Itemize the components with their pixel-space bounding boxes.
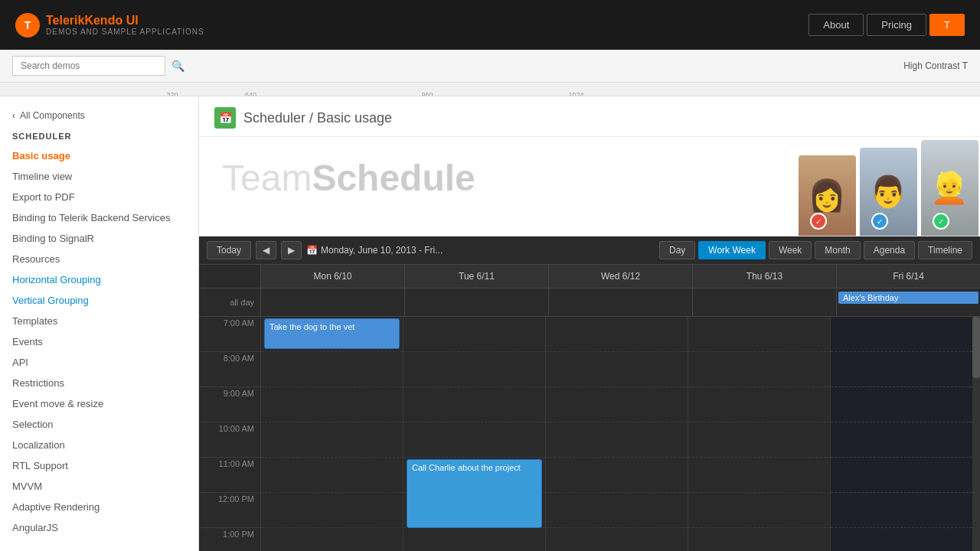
slot-thu-1200 — [688, 493, 830, 528]
scrollbar-thumb[interactable] — [972, 317, 980, 378]
time-700: 7:00 AM — [199, 317, 260, 352]
avatar-1-icon: 👩 — [808, 178, 846, 214]
cal-days-body: Take the dog to the vet — [260, 317, 972, 551]
content-area: 📅 Scheduler / Basic usage TeamSchedule 👩… — [199, 96, 980, 551]
slot-thu-700 — [688, 317, 830, 352]
sidebar-item-mvvm[interactable]: MVVM — [0, 476, 198, 497]
slot-tue-700 — [403, 317, 545, 352]
scrollbar-track[interactable] — [972, 317, 980, 551]
sidebar-back[interactable]: ‹ All Components — [0, 106, 198, 129]
nav-right: About Pricing T — [808, 14, 965, 36]
pricing-button[interactable]: Pricing — [867, 14, 926, 36]
cal-col-thu — [688, 317, 830, 551]
sidebar-item-angularjs[interactable]: AngularJS — [0, 517, 198, 538]
slot-wed-700 — [546, 317, 688, 352]
view-agenda-button[interactable]: Agenda — [864, 241, 915, 259]
slot-tue-900 — [403, 387, 545, 422]
slot-fri-800 — [831, 352, 972, 387]
sidebar-item-adaptive-rendering[interactable]: Adaptive Rendering — [0, 497, 198, 517]
sidebar-item-templates[interactable]: Templates — [0, 311, 198, 331]
time-1100: 11:00 AM — [199, 458, 260, 493]
search-icon[interactable]: 🔍 — [172, 60, 185, 72]
all-day-cell-wed — [548, 289, 692, 316]
avatars-area: 👩 ✓ 👨 ✓ 👱 ✓ — [796, 137, 980, 236]
sidebar-item-event-move-resize[interactable]: Event move & resize — [0, 393, 198, 414]
sidebar-item-api[interactable]: API — [0, 352, 198, 373]
time-1200: 12:00 PM — [199, 493, 260, 528]
next-button[interactable]: ▶ — [281, 241, 302, 259]
avatar-2: 👨 ✓ — [858, 137, 919, 236]
sidebar-item-export-pdf[interactable]: Export to PDF — [0, 187, 198, 207]
cal-scroll-area[interactable]: 7:00 AM 8:00 AM 9:00 AM 10:00 AM 11:00 A… — [199, 317, 972, 551]
sidebar-item-vertical-grouping[interactable]: Vertical Grouping — [0, 290, 198, 311]
cal-day-headers: Mon 6/10 Tue 6/11 Wed 6/12 Thu 6/13 Fri … — [199, 265, 980, 289]
slot-thu-900 — [688, 387, 830, 422]
event-call-charlie[interactable]: Call Charlie about the project — [407, 459, 542, 528]
ruler-mark-320: 320 — [167, 91, 178, 97]
slot-thu-1100 — [688, 458, 830, 493]
sidebar-item-events[interactable]: Events — [0, 331, 198, 352]
ruler-mark-960: 960 — [421, 91, 433, 97]
event-alexs-birthday[interactable]: Alex's Birthday — [838, 292, 978, 304]
search-input[interactable] — [12, 56, 165, 76]
avatar-3-badge: ✓ — [933, 213, 949, 230]
sidebar-item-restrictions[interactable]: Restrictions — [0, 373, 198, 393]
view-timeline-button[interactable]: Timeline — [918, 241, 972, 259]
page-title: Scheduler / Basic usage — [243, 110, 392, 126]
sidebar-item-basic-usage[interactable]: Basic usage — [0, 145, 198, 166]
sidebar-item-resources[interactable]: Resources — [0, 249, 198, 269]
slot-mon-1100 — [261, 458, 403, 493]
sidebar-item-localization[interactable]: Localization — [0, 435, 198, 455]
brand-kendo: Kendo UI — [84, 14, 138, 27]
back-arrow-icon: ‹ — [12, 110, 15, 121]
avatar-2-badge: ✓ — [871, 213, 888, 230]
cal-day-thu: Thu 6/13 — [692, 265, 836, 288]
view-workweek-button[interactable]: Work Week — [698, 241, 766, 259]
logo-text: TelerikKendo UI DEMOS AND SAMPLE APPLICA… — [46, 13, 204, 37]
slot-fri-700 — [831, 317, 972, 352]
logo-area: T TelerikKendo UI DEMOS AND SAMPLE APPLI… — [15, 13, 204, 37]
cal-day-wed: Wed 6/12 — [548, 265, 692, 288]
all-day-cell-thu — [692, 289, 836, 316]
view-week-button[interactable]: Week — [769, 241, 812, 259]
sidebar-item-timeline-view[interactable]: Timeline view — [0, 166, 198, 187]
search-input-wrap: 🔍 — [12, 56, 185, 76]
slot-mon-1200 — [261, 493, 403, 528]
time-800: 8:00 AM — [199, 352, 260, 387]
cal-body-wrap: 7:00 AM 8:00 AM 9:00 AM 10:00 AM 11:00 A… — [199, 317, 980, 551]
main-layout: ‹ All Components SCHEDULER Basic usage T… — [0, 96, 980, 551]
sidebar-item-binding-backend[interactable]: Binding to Telerik Backend Services — [0, 207, 198, 228]
slot-wed-1000 — [546, 422, 688, 458]
slot-fri-900 — [831, 387, 972, 422]
today-button[interactable]: Today — [207, 241, 251, 259]
view-day-button[interactable]: Day — [659, 241, 695, 259]
view-month-button[interactable]: Month — [815, 241, 860, 259]
brand-sub: DEMOS AND SAMPLE APPLICATIONS — [46, 28, 204, 37]
sidebar-item-rtl-support[interactable]: RTL Support — [0, 455, 198, 476]
cal-day-tue: Tue 6/11 — [404, 265, 548, 288]
cal-col-mon: Take the dog to the vet — [260, 317, 403, 551]
all-day-cell-fri: Alex's Birthday — [836, 289, 980, 316]
sidebar-item-binding-signalr[interactable]: Binding to SignalR — [0, 228, 198, 249]
about-button[interactable]: About — [808, 14, 864, 36]
slot-fri-1000 — [831, 422, 972, 458]
prev-button[interactable]: ◀ — [256, 241, 276, 259]
sidebar-item-horizontal-grouping[interactable]: Horizontal Grouping — [0, 269, 198, 290]
ruler: 320 640 960 1024 — [0, 83, 980, 96]
trial-button[interactable]: T — [929, 14, 965, 36]
sidebar: ‹ All Components SCHEDULER Basic usage T… — [0, 96, 199, 551]
calendar-icon: 📅 — [306, 245, 318, 256]
slot-wed-800 — [546, 352, 688, 387]
all-day-cells: Alex's Birthday — [260, 289, 980, 316]
team-text-bold: Schedule — [312, 158, 475, 198]
scheduler-toolbar: Today ◀ ▶ 📅 Monday, June 10, 2013 - Fri.… — [199, 236, 980, 265]
date-range-wrap: 📅 Monday, June 10, 2013 - Fri... — [306, 245, 443, 256]
avatar-3-icon: 👱 — [930, 170, 969, 206]
calendar-grid: Mon 6/10 Tue 6/11 Wed 6/12 Thu 6/13 Fri … — [199, 265, 980, 551]
slot-tue-1100: Call Charlie about the project — [403, 458, 545, 493]
event-dog-vet[interactable]: Take the dog to the vet — [264, 318, 400, 349]
logo-icon: T — [15, 13, 40, 37]
brand-name: TelerikKendo UI — [46, 13, 204, 28]
slot-mon-900 — [261, 387, 403, 422]
sidebar-item-selection[interactable]: Selection — [0, 414, 198, 435]
